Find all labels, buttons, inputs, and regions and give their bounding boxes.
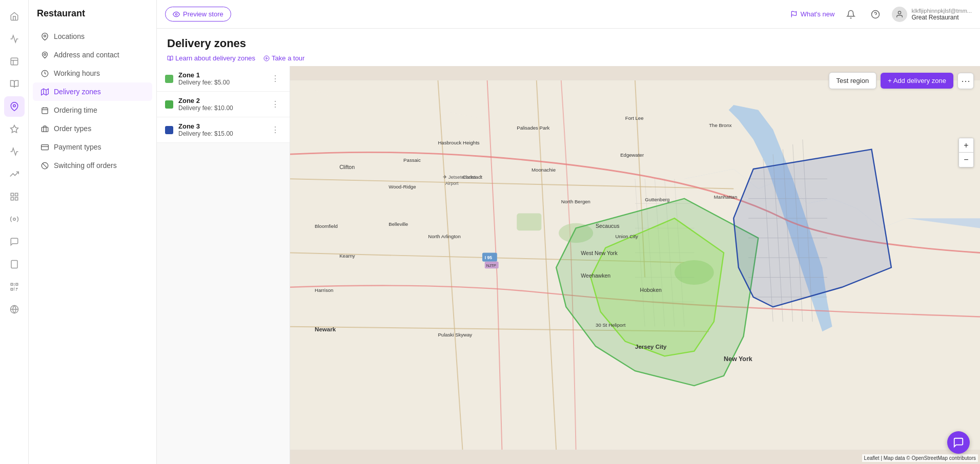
- sidebar-item-locations[interactable]: Locations: [33, 27, 152, 46]
- preview-store-button[interactable]: Preview store: [165, 7, 231, 22]
- test-region-button[interactable]: Test region: [829, 72, 877, 89]
- zone-3-name: Zone 3: [178, 122, 264, 130]
- svg-point-32: [264, 56, 269, 61]
- icon-rail-qr[interactable]: [4, 277, 25, 297]
- icon-rail-tablet[interactable]: [4, 254, 25, 275]
- zoom-in-button[interactable]: +: [959, 138, 973, 153]
- icon-rail-orders[interactable]: [4, 51, 25, 72]
- sidebar-item-address[interactable]: Address and contact: [33, 46, 152, 64]
- learn-link[interactable]: Learn about delivery zones: [167, 54, 255, 62]
- icon-rail-chat[interactable]: [4, 231, 25, 252]
- header-left: Preview store: [165, 7, 231, 22]
- whats-new-button[interactable]: What's new: [790, 10, 835, 18]
- clock-icon: [41, 70, 49, 77]
- svg-rect-47: [517, 214, 541, 231]
- svg-rect-18: [42, 108, 48, 113]
- icon-rail-link[interactable]: [4, 299, 25, 320]
- switch-off-icon: [41, 162, 49, 170]
- svg-text:New York: New York: [724, 355, 752, 363]
- zone-item-3[interactable]: Zone 3 Delivery fee: $15.00 ⋮: [157, 117, 290, 143]
- notification-bell-button[interactable]: [843, 6, 859, 23]
- user-avatar: [892, 7, 907, 22]
- svg-point-16: [44, 53, 46, 55]
- zoom-controls: + −: [958, 138, 974, 167]
- svg-point-1: [13, 104, 15, 107]
- svg-text:Clifton: Clifton: [339, 164, 355, 170]
- svg-point-15: [44, 35, 46, 37]
- icon-rail-analytics[interactable]: [4, 164, 25, 184]
- zone-1-name: Zone 1: [178, 71, 264, 79]
- icon-rail-location[interactable]: [4, 96, 25, 117]
- zone-2-info: Zone 2 Delivery fee: $10.00: [178, 97, 264, 112]
- zone-item-2[interactable]: Zone 2 Delivery fee: $10.00 ⋮: [157, 92, 290, 117]
- svg-text:✈ Jetseterboro: ✈ Jetseterboro: [443, 174, 476, 180]
- svg-text:Fort Lee: Fort Lee: [625, 115, 644, 121]
- bell-icon: [846, 10, 855, 19]
- address-icon: [41, 51, 49, 59]
- icon-rail-marketing[interactable]: [4, 141, 25, 162]
- map-toolbar: Test region + Add delivery zone ⋯: [829, 72, 974, 89]
- zone-3-info: Zone 3 Delivery fee: $15.00: [178, 122, 264, 137]
- icon-rail-menu[interactable]: [4, 74, 25, 94]
- order-types-icon: [41, 125, 49, 133]
- svg-text:Airport: Airport: [445, 181, 459, 186]
- user-email: klkfljiphinnpkjlsf@tmm...: [911, 8, 972, 14]
- help-button[interactable]: [867, 6, 884, 23]
- svg-marker-33: [266, 57, 268, 59]
- payment-icon: [41, 143, 49, 151]
- sidebar-item-working-hours[interactable]: Working hours: [33, 64, 152, 82]
- sidebar-item-ordering-time[interactable]: Ordering time: [33, 101, 152, 119]
- icon-rail-settings[interactable]: [4, 209, 25, 229]
- svg-rect-12: [11, 288, 13, 290]
- svg-rect-6: [11, 198, 13, 200]
- sidebar-item-payment-types[interactable]: Payment types: [33, 138, 152, 156]
- flag-icon: [790, 11, 798, 18]
- page-title: Delivery zones: [167, 37, 970, 50]
- sidebar-item-delivery-zones[interactable]: Delivery zones: [33, 82, 152, 101]
- svg-text:North Arlington: North Arlington: [428, 234, 461, 239]
- user-icon: [895, 10, 904, 18]
- svg-rect-23: [42, 144, 49, 150]
- svg-line-26: [43, 163, 47, 168]
- user-details: klkfljiphinnpkjlsf@tmm... Great Restaura…: [911, 8, 972, 21]
- zone-item-1[interactable]: Zone 1 Delivery fee: $5.00 ⋮: [157, 66, 290, 92]
- svg-text:Palisades Park: Palisades Park: [517, 125, 549, 131]
- add-delivery-zone-button[interactable]: + Add delivery zone: [881, 73, 953, 89]
- sidebar-title: Restaurant: [29, 8, 156, 27]
- zoom-out-button[interactable]: −: [959, 153, 973, 167]
- chat-bubble-button[interactable]: [947, 431, 970, 454]
- svg-rect-3: [11, 193, 13, 196]
- tour-icon: [263, 55, 270, 61]
- zone-1-menu-button[interactable]: ⋮: [269, 73, 281, 85]
- svg-text:Passaic: Passaic: [403, 157, 421, 163]
- zone-2-name: Zone 2: [178, 97, 264, 104]
- icon-rail: [0, 0, 29, 464]
- zone-3-fee: Delivery fee: $15.00: [178, 130, 264, 137]
- tour-link[interactable]: Take a tour: [263, 54, 304, 62]
- svg-text:The Bronx: The Bronx: [709, 122, 732, 128]
- icon-rail-star[interactable]: [4, 119, 25, 139]
- zone-2-color: [165, 100, 173, 109]
- sidebar-label-address: Address and contact: [54, 51, 119, 59]
- page-header: Delivery zones Learn about delivery zone…: [157, 29, 980, 66]
- svg-rect-5: [15, 198, 17, 200]
- map-area[interactable]: Test region + Add delivery zone ⋯ + −: [290, 66, 980, 464]
- svg-text:Belleville: Belleville: [389, 221, 408, 227]
- icon-rail-integrations[interactable]: [4, 186, 25, 207]
- zones-panel: Zone 1 Delivery fee: $5.00 ⋮ Zone 2 Deli…: [157, 66, 290, 464]
- zone-2-menu-button[interactable]: ⋮: [269, 98, 281, 110]
- sidebar-label-locations: Locations: [54, 32, 85, 40]
- svg-text:Newark: Newark: [315, 326, 336, 332]
- zone-3-menu-button[interactable]: ⋮: [269, 124, 281, 136]
- icon-rail-home[interactable]: [4, 6, 25, 27]
- icon-rail-activity[interactable]: [4, 29, 25, 49]
- user-profile[interactable]: klkfljiphinnpkjlsf@tmm... Great Restaura…: [892, 7, 972, 22]
- sidebar-item-switching-off[interactable]: Switching off orders: [33, 156, 152, 175]
- svg-text:Pulaski Skyway: Pulaski Skyway: [438, 332, 472, 338]
- sidebar-item-order-types[interactable]: Order types: [33, 119, 152, 138]
- map-more-button[interactable]: ⋯: [957, 73, 974, 89]
- main-content: Preview store What's new klkfljiphinnpkj…: [157, 0, 980, 464]
- sidebar-label-ordering-time: Ordering time: [54, 106, 97, 114]
- svg-point-31: [899, 11, 901, 14]
- svg-text:North Bergen: North Bergen: [561, 199, 590, 204]
